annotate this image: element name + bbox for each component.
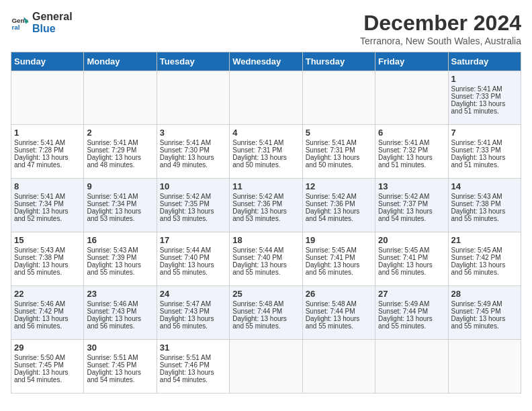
daylight-minutes: and 54 minutes. [14,376,62,383]
sunset: Sunset: 7:46 PM [160,361,210,369]
calendar-cell: 1Sunrise: 5:41 AMSunset: 7:33 PMDaylight… [448,71,521,125]
sunset: Sunset: 7:38 PM [14,254,64,261]
sunrise: Sunrise: 5:41 AM [306,139,357,146]
sunset: Sunset: 7:41 PM [378,254,428,261]
daylight-label: Daylight: 13 hours [378,154,433,161]
sunrise: Sunrise: 5:42 AM [160,193,211,200]
sunrise: Sunrise: 5:41 AM [87,139,138,146]
sunset: Sunset: 7:43 PM [87,308,136,315]
calendar-cell: 18Sunrise: 5:44 AMSunset: 7:40 PMDayligh… [230,232,302,286]
daylight-label: Daylight: 13 hours [306,208,360,215]
sunrise: Sunrise: 5:49 AM [378,300,429,308]
calendar-cell: 17Sunrise: 5:44 AMSunset: 7:40 PMDayligh… [157,232,229,286]
daylight-minutes: and 50 minutes. [306,161,353,169]
calendar-cell: 10Sunrise: 5:42 AMSunset: 7:35 PMDayligh… [157,179,229,232]
sunset: Sunset: 7:31 PM [232,146,282,154]
sunrise: Sunrise: 5:41 AM [87,193,138,200]
daylight-label: Daylight: 13 hours [87,261,141,269]
daylight-label: Daylight: 13 hours [160,261,214,269]
sunrise: Sunrise: 5:51 AM [87,354,138,361]
calendar-cell [84,71,157,125]
daylight-minutes: and 52 minutes. [14,215,62,222]
sunrise: Sunrise: 5:44 AM [232,246,283,254]
daylight-label: Daylight: 13 hours [87,315,141,322]
week-row-0: 1Sunrise: 5:41 AMSunset: 7:33 PMDaylight… [11,71,521,125]
sunrise: Sunrise: 5:41 AM [451,85,502,93]
sunset: Sunset: 7:44 PM [232,308,282,315]
sunset: Sunset: 7:36 PM [232,200,282,208]
calendar-table: SundayMondayTuesdayWednesdayThursdayFrid… [11,52,521,394]
daylight-minutes: and 55 minutes. [232,269,280,276]
calendar-cell: 9Sunrise: 5:41 AMSunset: 7:34 PMDaylight… [84,179,157,232]
day-number: 14 [451,181,518,191]
sunset: Sunset: 7:34 PM [14,200,64,208]
calendar-cell: 28Sunrise: 5:49 AMSunset: 7:45 PMDayligh… [448,286,521,340]
sunset: Sunset: 7:40 PM [160,254,210,261]
sunset: Sunset: 7:45 PM [87,361,136,369]
daylight-label: Daylight: 13 hours [14,154,69,161]
logo: Gene ral General Blue [11,11,73,35]
daylight-label: Daylight: 13 hours [14,369,69,376]
calendar-cell: 20Sunrise: 5:45 AMSunset: 7:41 PMDayligh… [375,232,448,286]
calendar-cell: 21Sunrise: 5:45 AMSunset: 7:42 PMDayligh… [448,232,521,286]
daylight-label: Daylight: 13 hours [451,100,506,107]
sunset: Sunset: 7:33 PM [451,93,501,100]
daylight-label: Daylight: 13 hours [232,208,287,215]
calendar-cell: 14Sunrise: 5:43 AMSunset: 7:38 PMDayligh… [448,179,521,232]
week-row-5: 29Sunrise: 5:50 AMSunset: 7:45 PMDayligh… [11,340,521,394]
day-number: 6 [378,128,445,138]
sunrise: Sunrise: 5:47 AM [160,300,211,308]
day-number: 24 [160,289,226,299]
daylight-minutes: and 50 minutes. [232,161,280,169]
daylight-label: Daylight: 13 hours [378,315,433,322]
sunset: Sunset: 7:30 PM [160,146,210,154]
week-row-3: 15Sunrise: 5:43 AMSunset: 7:38 PMDayligh… [11,232,521,286]
daylight-label: Daylight: 13 hours [306,315,360,322]
sunrise: Sunrise: 5:51 AM [160,354,211,361]
calendar-cell: 23Sunrise: 5:46 AMSunset: 7:43 PMDayligh… [84,286,157,340]
sunset: Sunset: 7:42 PM [14,308,64,315]
daylight-label: Daylight: 13 hours [451,208,506,215]
sunrise: Sunrise: 5:42 AM [378,193,429,200]
calendar-cell: 25Sunrise: 5:48 AMSunset: 7:44 PMDayligh… [230,286,302,340]
header-cell-friday: Friday [375,52,448,71]
sunset: Sunset: 7:32 PM [378,146,428,154]
sunset: Sunset: 7:31 PM [306,146,355,154]
daylight-minutes: and 54 minutes. [160,376,208,383]
sunset: Sunset: 7:33 PM [451,146,501,154]
daylight-minutes: and 47 minutes. [14,161,62,169]
daylight-minutes: and 55 minutes. [14,269,62,276]
sunset: Sunset: 7:35 PM [160,200,210,208]
calendar-cell [11,71,84,125]
daylight-label: Daylight: 13 hours [451,261,506,269]
calendar-cell: 24Sunrise: 5:47 AMSunset: 7:43 PMDayligh… [157,286,229,340]
daylight-label: Daylight: 13 hours [451,154,506,161]
sunrise: Sunrise: 5:45 AM [378,246,429,254]
daylight-label: Daylight: 13 hours [160,315,214,322]
day-number: 7 [451,128,518,138]
day-number: 1 [451,74,518,84]
day-number: 27 [378,289,445,299]
day-number: 21 [451,235,518,245]
calendar-cell [157,71,229,125]
header-cell-wednesday: Wednesday [230,52,302,71]
main-title: December 2024 [360,11,521,36]
calendar-cell: 8Sunrise: 5:41 AMSunset: 7:34 PMDaylight… [11,179,84,232]
calendar-cell: 3Sunrise: 5:41 AMSunset: 7:30 PMDaylight… [157,125,229,179]
sunrise: Sunrise: 5:41 AM [14,139,65,146]
daylight-label: Daylight: 13 hours [14,261,69,269]
daylight-minutes: and 53 minutes. [232,215,280,222]
daylight-minutes: and 55 minutes. [87,269,134,276]
day-number: 30 [87,342,153,353]
day-number: 15 [14,235,81,245]
calendar-header-row: SundayMondayTuesdayWednesdayThursdayFrid… [11,52,521,71]
sunrise: Sunrise: 5:50 AM [14,354,65,361]
daylight-minutes: and 56 minutes. [306,269,353,276]
logo-text-general: General [32,11,73,23]
header: Gene ral General Blue December 2024 Terr… [11,11,521,46]
calendar-cell: 12Sunrise: 5:42 AMSunset: 7:36 PMDayligh… [302,179,375,232]
sunset: Sunset: 7:44 PM [306,308,355,315]
daylight-label: Daylight: 13 hours [232,154,287,161]
header-cell-sunday: Sunday [11,52,84,71]
sunrise: Sunrise: 5:41 AM [378,139,429,146]
